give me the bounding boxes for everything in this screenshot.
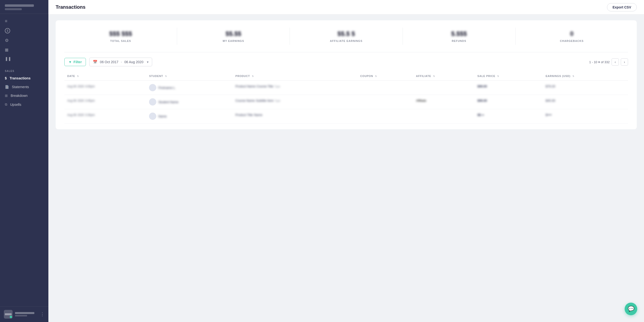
date-from: 06 Oct 2017 [100,60,118,64]
sidebar-item-breakdown[interactable]: ⊞ Breakdown [0,91,48,100]
sidebar-bottom: ⋮ [0,306,48,322]
stat-chargebacks: 0 CHARGEBACKS [516,28,628,45]
stat-my-earnings: $$.$$ MY EARNINGS [177,28,290,45]
date-line2: 2020 [78,85,84,88]
cell-date: Aug 06 2020 4:00pm [64,81,146,95]
sidebar-label-transactions: Transactions [10,76,30,80]
chat-bubble[interactable]: 💬 [625,303,637,315]
sidebar-item-statements[interactable]: 📄 Statements [0,83,48,91]
table-row: Aug 06 2020 4:00pm Firstname L. [64,81,628,95]
student-name: Firstname L. [158,86,176,90]
more-options-icon[interactable]: ⋮ [40,311,44,317]
cell-sale-price: $99.00 [474,81,543,95]
pagination-range: 1 - 10 [589,60,597,64]
stat-value-affiliate-earnings: $$.$ $ [338,30,355,38]
product-name-1: Course Name [236,99,255,102]
pagination-prev-button[interactable]: ‹ [612,58,619,66]
page-title: Transactions [56,4,86,10]
earnings-value: $45.00 [546,99,555,102]
sort-icon-earnings: ⇅ [572,75,574,78]
col-header-product[interactable]: PRODUCT ⇅ [232,72,357,81]
transactions-table: DATE ⇅ STUDENT ⇅ PRODUCT ⇅ [64,72,628,124]
pagination-total: of 332 [601,60,610,64]
table-row: Aug 06 2020 3:45pm Student Name [64,95,628,109]
stat-affiliate-earnings: $$.$ $ AFFILIATE EARNINGS [290,28,402,45]
stat-value-total-sales: $$$ $$$ [109,30,132,38]
content-area: $$$ $$$ TOTAL SALES $$.$$ MY EARNINGS $$… [48,15,644,322]
cell-student: Student Name [146,95,232,109]
cell-student: Name [146,109,232,124]
product-type: Type [274,85,280,88]
col-header-date[interactable]: DATE ⇅ [64,72,146,81]
pagination-dropdown-icon[interactable]: ▾ [598,60,600,64]
date-line1: Aug 06 [67,113,76,117]
stat-total-sales: $$$ $$$ TOTAL SALES [64,28,177,45]
col-header-affiliate[interactable]: AFFILIATE ⇅ [413,72,474,81]
breakdown-icon: ⊞ [5,94,8,98]
dropdown-icon: ▾ [147,60,148,64]
sidebar: ≡ $ ⚙ ▦ ❚❚ SALES $ Transactions 📄 Statem… [0,0,48,322]
export-csv-button[interactable]: Export CSV [607,3,637,11]
product-name-2: Course Title [257,85,273,88]
sidebar-icon-calendar[interactable]: ▦ [4,46,44,54]
stat-label-my-earnings: MY EARNINGS [223,40,244,42]
col-header-earnings[interactable]: EARNINGS (USD) ⇅ [543,72,628,81]
cell-sale-price: $$ •• [474,109,543,124]
sidebar-icon-gear[interactable]: ⚙ [4,36,44,45]
stat-value-my-earnings: $$.$$ [226,30,241,38]
product-type: Type [274,99,280,102]
product-name-2: Subtitle here [256,99,274,102]
stat-label-affiliate-earnings: AFFILIATE EARNINGS [330,40,363,42]
sidebar-logo [0,0,48,14]
chat-icon: 💬 [628,306,634,312]
sort-icon-sale-price: ⇅ [497,75,499,78]
transactions-card: $$$ $$$ TOTAL SALES $$.$$ MY EARNINGS $$… [56,20,637,129]
date-to: 06 Aug 2020 [124,60,144,64]
date-range-button[interactable]: 📅 06 Oct 2017 - 06 Aug 2020 ▾ [89,58,152,66]
main-content: Transactions Export CSV $$$ $$$ TOTAL SA… [48,0,644,322]
sidebar-label-upsells: Upsells [10,103,21,107]
sidebar-section-sales: SALES [0,68,48,74]
calendar-icon: ▦ [5,48,8,52]
earnings-value: $•••• [546,113,552,117]
col-header-sale-price[interactable]: SALE PRICE ⇅ [474,72,543,81]
sort-icon-affiliate: ⇅ [433,75,435,78]
cell-earnings: $79.20 [543,81,628,95]
date-line3: 3:30pm [85,113,95,117]
cell-student: Firstname L. [146,81,232,95]
cell-earnings: $•••• [543,109,628,124]
sidebar-icon-menu[interactable]: ≡ [4,17,44,25]
cell-sale-price: $99.00 [474,95,543,109]
stats-row: $$$ $$$ TOTAL SALES $$.$$ MY EARNINGS $$… [64,28,628,45]
cell-earnings: $45.00 [543,95,628,109]
filter-bar: ▼ Filter 📅 06 Oct 2017 - 06 Aug 2020 ▾ 1… [64,58,628,66]
sort-icon-coupon: ⇅ [375,75,377,78]
student-name: Student Name [158,100,178,104]
topbar: Transactions Export CSV [48,0,644,15]
filter-button[interactable]: ▼ Filter [64,58,86,66]
sidebar-icon-library[interactable]: ❚❚ [4,55,44,63]
filter-icon: ▼ [68,60,72,64]
student-avatar [149,113,156,120]
sidebar-item-transactions[interactable]: $ Transactions [0,74,48,83]
sidebar-item-upsells[interactable]: ⧉ Upsells [0,100,48,109]
student-name: Name [158,115,167,118]
date-line3: 3:45pm [85,99,95,102]
cell-affiliate: Affiliate [413,95,474,109]
cell-affiliate [413,81,474,95]
date-line2: 2020 [78,113,84,117]
product-name-1: Product Title [236,113,253,117]
sidebar-icon-dollar[interactable]: $ [4,27,44,35]
sidebar-nav: SALES $ Transactions 📄 Statements ⊞ Brea… [0,64,48,306]
date-line1: Aug 06 [67,85,76,88]
dollar-circle-icon: $ [5,28,10,34]
col-header-coupon[interactable]: COUPON ⇅ [357,72,413,81]
sidebar-top-icons: ≡ $ ⚙ ▦ ❚❚ [0,14,48,64]
sale-price-value: $99.00 [477,85,487,88]
cell-product: Course Name Subtitle here Type [232,95,357,109]
date-line2: 2020 [78,99,84,102]
col-header-student[interactable]: STUDENT ⇅ [146,72,232,81]
pagination-next-button[interactable]: › [621,58,628,66]
cell-coupon [357,81,413,95]
sidebar-label-statements: Statements [12,85,29,89]
